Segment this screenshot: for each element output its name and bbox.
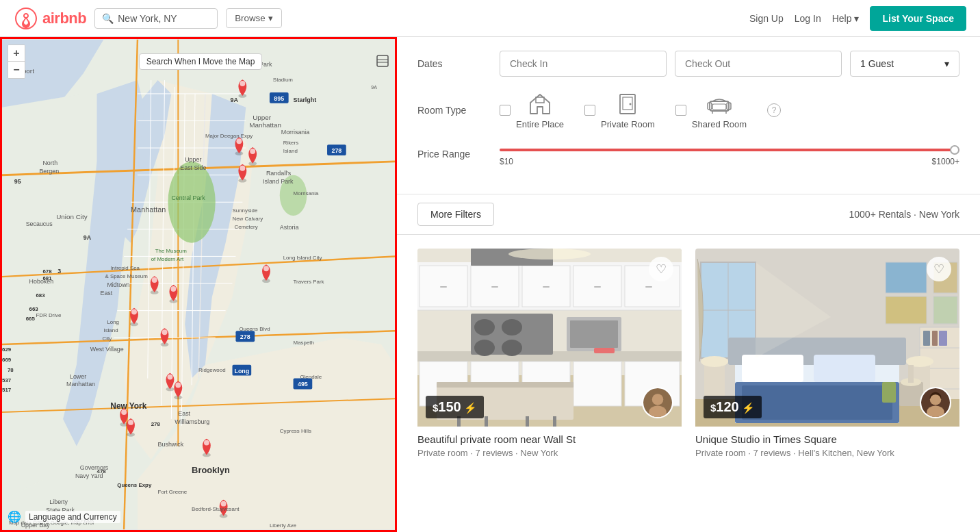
zoom-out-button[interactable]: − xyxy=(8,62,25,78)
svg-text:Sunnyside: Sunnyside xyxy=(232,207,258,214)
svg-text:East: East xyxy=(101,290,113,296)
svg-rect-180 xyxy=(440,286,447,288)
shared-room-option[interactable]: Shared Room xyxy=(675,90,747,129)
svg-point-208 xyxy=(652,394,663,405)
check-in-input[interactable] xyxy=(500,51,667,77)
dates-filter-row: Dates 1 Guest ▾ xyxy=(417,51,959,77)
svg-rect-204 xyxy=(553,416,556,427)
price-number-1: 150 xyxy=(438,399,461,414)
entire-place-option[interactable]: Entire Place xyxy=(500,90,564,129)
help-button[interactable]: Help ▾ xyxy=(832,13,860,24)
svg-text:Starlght: Starlght xyxy=(294,97,317,103)
price-badge-2: $120⚡ xyxy=(704,396,762,418)
globe-icon: 🌐 xyxy=(8,510,21,523)
price-slider-thumb[interactable] xyxy=(950,145,959,155)
svg-point-53 xyxy=(175,383,181,388)
svg-text:Secaucus: Secaucus xyxy=(26,220,53,227)
sofa-icon xyxy=(706,90,732,116)
svg-text:Morrisania: Morrisania xyxy=(281,129,310,136)
svg-text:Long: Long xyxy=(107,319,119,325)
svg-text:Lower: Lower xyxy=(70,373,86,380)
svg-text:537: 537 xyxy=(2,377,12,383)
house-icon xyxy=(527,90,553,116)
svg-point-61 xyxy=(204,440,209,446)
login-link[interactable]: Log In xyxy=(795,13,821,24)
svg-text:FDR Drive: FDR Drive xyxy=(36,312,61,318)
svg-text:3: 3 xyxy=(57,268,61,275)
svg-text:Liberty: Liberty xyxy=(49,498,68,505)
svg-point-49 xyxy=(162,329,168,335)
svg-text:Central Park: Central Park xyxy=(171,194,205,201)
svg-rect-237 xyxy=(882,382,896,403)
svg-text:City: City xyxy=(102,335,112,342)
svg-text:Bedford-Stuyvesant: Bedford-Stuyvesant xyxy=(192,506,240,512)
svg-rect-223 xyxy=(923,331,930,346)
browse-label: Browse xyxy=(235,13,265,23)
search-when-move-button[interactable]: Search When I Move the Map xyxy=(139,53,263,70)
svg-text:East: East xyxy=(178,410,190,417)
check-out-input[interactable] xyxy=(675,51,842,77)
svg-text:665: 665 xyxy=(26,316,36,322)
help-label: Help xyxy=(832,13,852,24)
listing-info-2: Unique Studio in Times Square Private ro… xyxy=(695,427,959,465)
map-container[interactable]: Manhattan Union City North Bergen Secauc… xyxy=(2,39,395,530)
search-bar[interactable]: 🔍 New York, NY xyxy=(94,8,218,29)
svg-text:278: 278 xyxy=(240,333,250,340)
svg-text:Upper: Upper xyxy=(185,156,201,163)
svg-text:Maspeth: Maspeth xyxy=(294,340,314,346)
zoom-in-button[interactable]: + xyxy=(8,45,25,62)
wishlist-button-1[interactable]: ♡ xyxy=(649,257,673,281)
entire-place-checkbox[interactable] xyxy=(500,105,511,116)
svg-text:North: North xyxy=(42,160,57,166)
heart-icon-1: ♡ xyxy=(656,262,667,277)
svg-rect-217 xyxy=(886,296,927,324)
guest-chevron-icon: ▾ xyxy=(944,58,949,69)
chevron-down-icon: ▾ xyxy=(268,13,273,23)
listing-card-1[interactable]: ♡ $150⚡ Beautiful priva xyxy=(417,249,682,465)
svg-text:Manhattan: Manhattan xyxy=(131,205,166,214)
more-filters-button[interactable]: More Filters xyxy=(417,203,494,226)
svg-point-45 xyxy=(263,266,269,271)
room-type-help-button[interactable]: ? xyxy=(767,103,781,117)
svg-point-190 xyxy=(502,340,522,356)
svg-text:Midtown: Midtown xyxy=(107,281,129,288)
svg-rect-159 xyxy=(377,55,388,66)
price-labels: $10 $1000+ xyxy=(500,157,959,166)
svg-rect-200 xyxy=(437,382,573,388)
list-space-button[interactable]: List Your Space xyxy=(870,6,966,31)
entire-place-label: Entire Place xyxy=(516,119,564,129)
svg-rect-229 xyxy=(742,355,803,382)
search-icon: 🔍 xyxy=(102,13,114,24)
shared-room-icon-wrap: Shared Room xyxy=(692,90,747,129)
listing-meta-1: Private room · 7 reviews · New York xyxy=(417,448,682,458)
help-chevron-icon: ▾ xyxy=(854,13,859,24)
shared-room-checkbox[interactable] xyxy=(675,105,686,116)
svg-rect-224 xyxy=(932,331,938,346)
svg-rect-202 xyxy=(485,416,488,427)
svg-text:678: 678 xyxy=(42,268,52,275)
logo[interactable]: airbnb xyxy=(14,6,86,31)
svg-rect-184 xyxy=(645,286,652,288)
private-room-option[interactable]: Private Room xyxy=(584,90,655,129)
svg-rect-181 xyxy=(491,286,498,288)
svg-text:of Modern Art: of Modern Art xyxy=(151,256,184,262)
language-currency-bar[interactable]: 🌐 Language and Currency xyxy=(8,510,120,523)
map-layers-icon xyxy=(376,54,389,68)
browse-button[interactable]: Browse ▾ xyxy=(226,8,281,28)
listing-card-2[interactable]: ♡ $120⚡ xyxy=(695,249,959,465)
language-currency-label: Language and Currency xyxy=(25,511,120,523)
private-room-checkbox[interactable] xyxy=(584,105,595,116)
price-slider-track[interactable] xyxy=(500,149,959,151)
map-panel: Manhattan Union City North Bergen Secauc… xyxy=(0,37,397,532)
signup-link[interactable]: Sign Up xyxy=(749,13,784,24)
svg-rect-183 xyxy=(594,286,601,288)
svg-rect-197 xyxy=(573,362,621,406)
svg-text:278: 278 xyxy=(331,147,341,154)
listing-title-2: Unique Studio in Times Square xyxy=(695,433,959,445)
svg-rect-218 xyxy=(933,296,957,324)
guest-selector[interactable]: 1 Guest ▾ xyxy=(850,51,959,77)
svg-point-188 xyxy=(502,319,522,335)
svg-text:Island Park: Island Park xyxy=(263,178,294,185)
svg-text:Manhattan: Manhattan xyxy=(249,121,281,129)
wishlist-button-2[interactable]: ♡ xyxy=(927,257,951,281)
